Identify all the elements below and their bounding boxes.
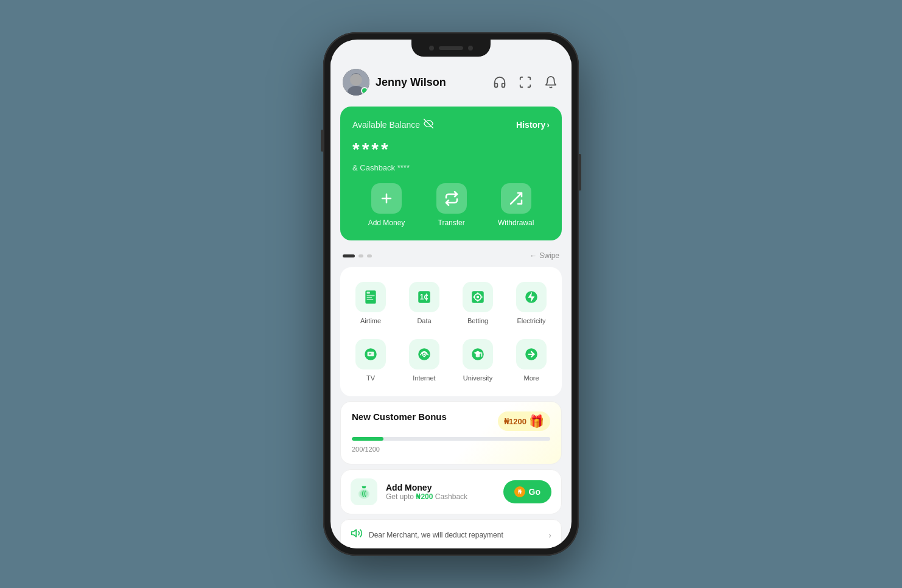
electricity-icon — [516, 282, 547, 312]
add-money-button[interactable]: Add Money — [368, 183, 405, 227]
transfer-label: Transfer — [438, 219, 465, 227]
username: Jenny Wilson — [376, 76, 485, 89]
headset-icon[interactable] — [491, 74, 508, 91]
betting-service[interactable]: Betting — [453, 277, 502, 329]
merchant-banner[interactable]: Dear Merchant, we will deduct repayment … — [340, 519, 562, 548]
betting-icon — [463, 282, 493, 312]
notch — [411, 40, 491, 57]
tv-service[interactable]: TV — [346, 334, 395, 387]
airtime-label: Airtime — [360, 317, 381, 324]
services-grid: Airtime 1₵ Data — [346, 277, 556, 387]
tv-label: TV — [366, 374, 375, 382]
university-label: University — [463, 374, 492, 382]
app-header: Jenny Wilson — [330, 61, 572, 102]
card-pagination: ← Swipe — [330, 245, 572, 262]
svg-point-17 — [477, 296, 479, 298]
go-button[interactable]: ₦ Go — [503, 480, 551, 503]
balance-label: Available Balance — [352, 119, 433, 130]
add-money-promo-title: Add Money — [386, 483, 495, 492]
header-actions — [491, 74, 559, 91]
svg-line-6 — [515, 193, 522, 200]
data-label: Data — [417, 317, 431, 324]
svg-rect-9 — [367, 292, 370, 293]
svg-line-7 — [511, 200, 515, 204]
internet-icon — [409, 339, 439, 369]
balance-amount: **** — [352, 139, 550, 159]
add-money-promo-card: (( Add Money Get upto ₦200 Cashback ₦ Go — [340, 469, 562, 514]
add-money-icon — [371, 183, 402, 214]
internet-service[interactable]: Internet — [400, 334, 449, 387]
hide-balance-icon[interactable] — [424, 119, 433, 130]
quick-actions: Add Money Transfer — [352, 183, 550, 227]
balance-card: Available Balance History › — [340, 107, 562, 240]
add-money-label: Add Money — [368, 219, 405, 227]
transfer-button[interactable]: Transfer — [436, 183, 467, 227]
swipe-hint: ← Swipe — [530, 251, 559, 260]
speaker-icon — [351, 527, 363, 542]
withdrawal-button[interactable]: Withdrawal — [498, 183, 534, 227]
bonus-amount-badge: ₦1200 🎁 — [498, 411, 550, 431]
scan-icon[interactable] — [517, 74, 534, 91]
airtime-icon — [355, 282, 386, 312]
more-service[interactable]: More — [507, 334, 556, 387]
svg-rect-12 — [367, 299, 374, 300]
svg-rect-11 — [367, 297, 372, 298]
cashback-text: & Cashback **** — [352, 163, 550, 172]
inactive-dot-1 — [358, 254, 363, 257]
services-section: Airtime 1₵ Data — [340, 267, 562, 396]
svg-marker-37 — [352, 530, 357, 537]
betting-label: Betting — [467, 317, 488, 324]
inactive-dot-2 — [367, 254, 372, 257]
svg-rect-10 — [367, 295, 375, 296]
bonus-card: New Customer Bonus ₦1200 🎁 200/1200 — [340, 401, 562, 464]
progress-text: 200/1200 — [352, 446, 380, 453]
bonus-title: New Customer Bonus — [352, 411, 447, 422]
more-label: More — [523, 374, 539, 382]
avatar[interactable] — [343, 69, 369, 96]
tv-icon — [355, 339, 386, 369]
svg-point-28 — [423, 353, 425, 355]
online-badge — [361, 87, 368, 94]
transfer-icon — [436, 183, 467, 214]
bell-icon[interactable] — [542, 74, 559, 91]
bonus-amount: ₦1200 — [504, 417, 526, 426]
add-money-promo-text: Add Money Get upto ₦200 Cashback — [386, 483, 495, 501]
airtime-service[interactable]: Airtime — [346, 277, 395, 329]
withdrawal-icon — [501, 183, 531, 214]
internet-label: Internet — [413, 374, 435, 382]
university-icon — [463, 339, 493, 369]
withdrawal-label: Withdrawal — [498, 219, 534, 227]
coin-icon: ₦ — [514, 486, 525, 497]
merchant-arrow-icon: › — [548, 530, 551, 540]
add-money-promo-sub: Get upto ₦200 Cashback — [386, 492, 495, 501]
gift-emoji: 🎁 — [529, 414, 544, 429]
svg-text:((: (( — [362, 489, 366, 497]
electricity-label: Electricity — [517, 317, 545, 324]
university-service[interactable]: University — [453, 334, 502, 387]
progress-fill — [352, 437, 383, 441]
svg-point-1 — [351, 73, 362, 84]
more-icon — [516, 339, 547, 369]
electricity-service[interactable]: Electricity — [507, 277, 556, 329]
progress-bar — [352, 437, 550, 441]
money-bag-icon: (( — [351, 478, 377, 505]
svg-text:1₵: 1₵ — [420, 293, 429, 301]
data-icon: 1₵ — [409, 282, 439, 312]
data-service[interactable]: 1₵ Data — [400, 277, 449, 329]
merchant-text: Dear Merchant, we will deduct repayment — [369, 531, 542, 539]
active-dot — [343, 254, 355, 257]
history-link[interactable]: History › — [516, 120, 550, 130]
